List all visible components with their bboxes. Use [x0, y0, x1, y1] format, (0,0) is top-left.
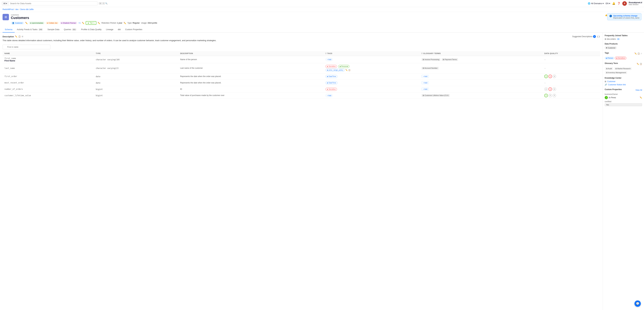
- quality-dashes: --: [544, 82, 546, 84]
- field-type-cell: bigint: [94, 86, 178, 92]
- field-type-cell: character varying(10): [94, 56, 178, 63]
- tab-schema[interactable]: Schema: [2, 27, 15, 33]
- glossary-pill[interactable]: ⊞ Invoice Processing: [422, 58, 440, 61]
- table-row: number_of_orders bigint ID ◈ Sensitive +…: [2, 86, 600, 92]
- glossary-term-section: Glossary Term ✏️ 📋 ⊞ Audit ⊞ Market Rese…: [605, 62, 642, 74]
- expand-tags-icon[interactable]: ⤢: [640, 53, 642, 55]
- field-raw-name: most_recent_order: [4, 82, 92, 84]
- edit-users-icon[interactable]: ✏️: [82, 22, 84, 24]
- owner-tag[interactable]: 👤 Customer: [11, 22, 24, 24]
- tag-price-range[interactable]: ◈ price_range_policy: [326, 69, 344, 72]
- table-row: last_name character varying(2) Last name…: [2, 63, 600, 73]
- glossary-pill[interactable]: ⊞ Payment Terms: [442, 58, 458, 61]
- queries-count: 261: [72, 28, 76, 31]
- knowledge-item-notion[interactable]: 🔗 Customer Notion link: [605, 84, 642, 86]
- domain-selector[interactable]: 🌐 All Domains ▾: [588, 2, 604, 5]
- collapse-icon[interactable]: ❮❯: [597, 35, 600, 38]
- field-quality-cell: --: [542, 56, 600, 63]
- chat-bubble[interactable]: 💬: [634, 300, 641, 307]
- edit-owner-icon[interactable]: ✏️: [25, 22, 28, 24]
- field-raw-name: number_of_orders: [4, 88, 92, 90]
- tab-sample-data[interactable]: Sample Data: [45, 27, 62, 33]
- edit-retention-icon[interactable]: ✏️: [124, 22, 126, 24]
- joined-table-item[interactable]: ⊞ dev.orders 30: [605, 38, 642, 40]
- tags-filter-icon[interactable]: ▽: [325, 53, 326, 55]
- main-layout: Description ✏️ 📋 ⊞ Suggested Description…: [0, 33, 644, 310]
- tab-lineage[interactable]: Lineage: [104, 27, 116, 33]
- sidebar-tag-person[interactable]: ◈ Person: [605, 57, 614, 60]
- tag-sensitive[interactable]: ◈ Sensitive: [326, 65, 337, 68]
- glossary-pill[interactable]: ⊞ Account Number: [422, 67, 438, 70]
- copy-glossary-icon[interactable]: 📋: [640, 63, 642, 65]
- quality-score-gray: 0: [552, 75, 556, 78]
- view-all-button[interactable]: View All: [636, 89, 642, 91]
- quality-score-green: 1: [544, 75, 548, 78]
- glossary-audit[interactable]: ⊞ Audit: [605, 67, 613, 70]
- edit-business-owner-icon[interactable]: ✏️: [640, 96, 642, 99]
- table-row: most_recent_order date Represents the da…: [2, 80, 600, 86]
- tier-badge[interactable]: ◈ Tier 1: [86, 21, 96, 25]
- field-type: character varying(10): [96, 59, 120, 61]
- add-tag-button[interactable]: + Add: [326, 58, 332, 61]
- quality-score-gray2: 0: [552, 87, 556, 91]
- suggested-descriptions[interactable]: Suggested Descriptions 4: [572, 35, 596, 38]
- quality-score-red: 1: [548, 75, 552, 78]
- tags-title: Tags: [605, 52, 609, 54]
- glossary-inventory[interactable]: ⊞ Inventory Management: [605, 71, 627, 74]
- user-shailesh[interactable]: ● Shailesh Parmar: [60, 22, 77, 24]
- edit-description-icon[interactable]: ✏️: [15, 35, 17, 38]
- user-info: Rounakpreet.d Data Steward: [629, 2, 642, 6]
- right-sidebar: Frequently Joined Tables ⊞ dev.orders 30…: [602, 33, 644, 310]
- find-in-table-input[interactable]: [2, 45, 50, 49]
- frequently-joined-section: Frequently Joined Tables ⊞ dev.orders 30: [605, 35, 642, 40]
- add-tag-button[interactable]: + Add: [326, 94, 332, 97]
- tag-sensitive[interactable]: ◈ Sensitive: [326, 88, 337, 91]
- breadcrumb-dev[interactable]: dev: [16, 8, 18, 11]
- tab-profiler[interactable]: Profiler & Data Quality: [79, 27, 104, 33]
- avatar[interactable]: R: [622, 1, 627, 6]
- add-glossary-button[interactable]: + Add: [422, 88, 428, 91]
- user-openmetadata[interactable]: ● openmetadata: [29, 22, 44, 24]
- field-quality-cell: --: [542, 63, 600, 73]
- sidebar-tag-sensitive[interactable]: ◈ Sensitive: [615, 57, 626, 60]
- tab-queries[interactable]: Queries 261: [62, 27, 79, 33]
- tag-datetime[interactable]: ◈ DateTime: [326, 75, 337, 78]
- edit-glossary-icon[interactable]: ✏️: [637, 63, 639, 65]
- tab-dbt[interactable]: dbt: [116, 27, 123, 33]
- plus-users-button[interactable]: +1: [78, 22, 80, 24]
- add-glossary-button[interactable]: + Add: [422, 75, 428, 78]
- breadcrumb-demo-dbt-jaffle[interactable]: Demo dbt Jaffle: [20, 8, 34, 11]
- glossary-market-research[interactable]: ⊞ Market Research: [614, 67, 632, 70]
- edit-tags-icon[interactable]: ✏️: [634, 53, 637, 55]
- copy-tags-icon[interactable]: 📋: [348, 69, 350, 71]
- notification-bell-icon[interactable]: 🔔: [612, 2, 615, 5]
- tag-datetime[interactable]: ◈ DateTime: [326, 81, 337, 84]
- tab-activity-feeds[interactable]: Activity Feeds & Tasks 246: [15, 27, 45, 33]
- copy-description-icon[interactable]: 📋: [18, 35, 21, 38]
- add-glossary-button[interactable]: + Add: [422, 81, 428, 84]
- tag-personal[interactable]: ◈ Personal: [338, 65, 350, 68]
- field-type-cell: date: [94, 73, 178, 80]
- breadcrumb-redshiftprod[interactable]: RedshiftProd: [2, 8, 14, 11]
- business-owner-value: J Jo Perez: [605, 96, 616, 99]
- glossary-pill[interactable]: ⊞ Customer Lifetime Value (CLV): [422, 94, 450, 97]
- edit-tags-icon[interactable]: ✏️: [346, 69, 348, 71]
- tab-custom-properties[interactable]: Custom Properties: [123, 27, 144, 33]
- field-description: Name of the person: [180, 58, 197, 61]
- help-icon[interactable]: ❓: [617, 2, 620, 5]
- field-glossary-cell: + Add: [419, 73, 542, 80]
- data-product-item[interactable]: ◈ Customer: [605, 46, 617, 49]
- language-selector[interactable]: EN ▾: [606, 2, 610, 5]
- user-collate-joe[interactable]: ● Collate Joe: [46, 22, 59, 24]
- col-header-glossary: ▽ GLOSSARY TERMS: [419, 51, 542, 56]
- data-products-section: Data Products ◈ Customer: [605, 43, 642, 49]
- edit-tier-icon[interactable]: ✏️: [98, 22, 100, 24]
- expand-description-icon[interactable]: ⊞: [22, 35, 23, 38]
- search-type-dropdown[interactable]: All ▾: [2, 2, 8, 6]
- quality-scores: 1 0 0: [544, 94, 598, 97]
- knowledge-item-customer[interactable]: ⊞ Customer: [605, 80, 642, 83]
- field-glossary-cell: + Add: [419, 86, 542, 92]
- global-search-input[interactable]: [8, 2, 98, 6]
- glossary-filter-icon[interactable]: ▽: [421, 53, 423, 55]
- copy-tags-icon[interactable]: 📋: [638, 53, 640, 55]
